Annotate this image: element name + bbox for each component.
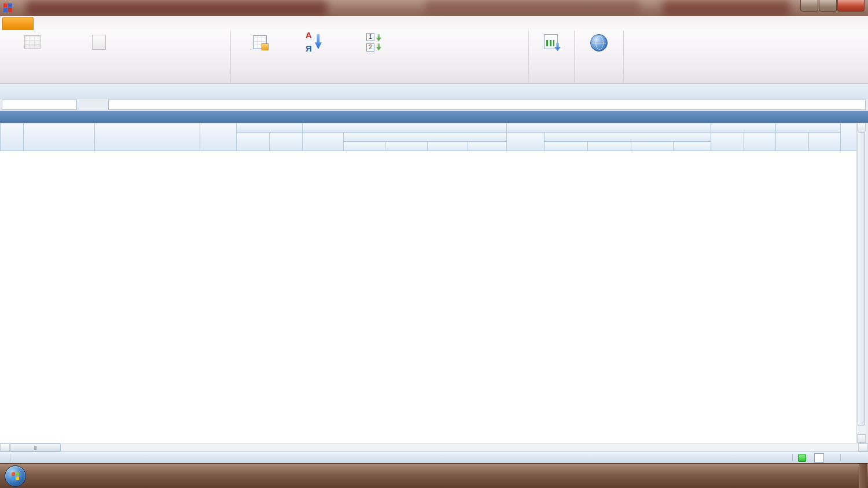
header-materials <box>674 142 711 151</box>
grand-smeta-window <box>0 0 868 488</box>
sigma-icon[interactable] <box>814 453 824 463</box>
title-bar <box>0 0 868 16</box>
header-mech-salary <box>631 142 674 151</box>
sort-data-button[interactable] <box>287 32 340 74</box>
pencil-icon <box>411 43 420 52</box>
taskbar-clock[interactable] <box>844 472 855 480</box>
header-total <box>270 133 303 151</box>
document-tab-bar <box>0 111 868 123</box>
ribbon-tab-strip <box>0 16 868 30</box>
header-including <box>344 133 507 142</box>
ribbon-group-group-operations <box>231 31 529 83</box>
status-bar <box>0 452 868 463</box>
refresh-data-button[interactable] <box>138 37 226 46</box>
linked-document-icon <box>89 33 109 52</box>
system-tray <box>836 464 868 488</box>
show-desktop-button[interactable] <box>859 464 867 488</box>
order-data-button[interactable] <box>233 32 287 74</box>
special-delete-positions-button[interactable] <box>411 54 524 63</box>
restore-button[interactable] <box>819 0 837 12</box>
background-window-blur <box>26 0 327 16</box>
header-tz <box>711 123 776 133</box>
order-data-icon <box>250 33 270 52</box>
header-base-salary <box>344 142 385 151</box>
scroll-right-icon[interactable] <box>858 443 868 452</box>
background-window-blur <box>425 0 639 16</box>
header-qty <box>237 123 303 133</box>
ribbon-group-indexes <box>529 31 575 83</box>
header-num <box>1 123 24 151</box>
header-justification <box>24 123 95 151</box>
ribbon-group-region <box>575 31 624 83</box>
ribbon <box>0 30 868 84</box>
header-total <box>744 133 776 151</box>
header-mech-salary <box>428 142 468 151</box>
start-button[interactable] <box>5 465 26 487</box>
autocompose-icon <box>23 33 42 52</box>
header-ident <box>841 123 857 151</box>
add-file-icon <box>138 60 147 69</box>
horizontal-scroll-thumb[interactable] <box>10 443 61 452</box>
renumber-positions-button[interactable] <box>340 32 409 74</box>
scroll-down-icon[interactable] <box>857 434 866 443</box>
header-total-cost <box>507 123 711 133</box>
update-prices-button[interactable] <box>576 32 621 74</box>
load-indexes-button[interactable] <box>531 32 572 74</box>
header-including <box>545 133 711 142</box>
refresh-icon <box>138 37 147 46</box>
header-machine-exp <box>385 142 428 151</box>
horizontal-scrollbar[interactable] <box>0 443 868 452</box>
break-link-icon <box>138 49 147 57</box>
header-tzm <box>776 123 841 133</box>
header-total <box>809 133 841 151</box>
cell-reference-box[interactable] <box>2 100 77 110</box>
vertical-scrollbar[interactable] <box>856 123 866 443</box>
formula-input[interactable] <box>108 100 866 110</box>
group-label <box>529 74 574 83</box>
renumber-icon <box>365 33 384 52</box>
app-icon <box>3 3 12 12</box>
scroll-up-icon[interactable] <box>857 123 866 131</box>
header-machine-exp <box>588 142 631 151</box>
group-label <box>231 74 528 83</box>
header-vsego <box>507 133 545 151</box>
header-vsego <box>303 133 344 151</box>
autocompose-button[interactable] <box>3 32 62 74</box>
horizontal-scroll-track[interactable] <box>61 443 858 452</box>
estimate-grid <box>0 123 856 443</box>
add-estimate-from-file-button[interactable] <box>138 60 226 69</box>
header-per-unit <box>711 133 744 151</box>
minimize-button[interactable] <box>800 0 818 12</box>
group-label <box>575 74 623 83</box>
header-unit <box>200 123 237 151</box>
sort-az-icon <box>304 33 323 52</box>
group-label <box>1 74 230 83</box>
header-per-unit <box>237 133 270 151</box>
grid-header <box>1 123 857 151</box>
delete-x-icon <box>411 54 420 63</box>
ribbon-group-linked-documents <box>1 31 231 83</box>
taskbar <box>0 463 868 488</box>
vertical-scroll-thumb[interactable] <box>858 132 865 425</box>
break-link-button[interactable] <box>138 49 226 57</box>
quick-access-toolbar <box>0 84 868 98</box>
close-button[interactable] <box>837 0 865 12</box>
scroll-left-icon[interactable] <box>0 443 10 452</box>
calc-mode-indicator-icon <box>798 454 806 462</box>
formula-bar <box>0 98 868 111</box>
header-name <box>95 123 200 151</box>
group-change-positions-button[interactable] <box>411 43 524 52</box>
grid-right-edge <box>866 123 868 443</box>
collapse-ribbon-icon[interactable] <box>853 19 862 28</box>
header-unit-cost <box>303 123 507 133</box>
background-window-blur <box>663 0 790 16</box>
open-linked-document-button[interactable] <box>62 32 136 74</box>
header-materials <box>468 142 507 151</box>
tab-file[interactable] <box>2 17 34 30</box>
load-indexes-icon <box>542 33 561 52</box>
header-per-unit <box>776 133 809 151</box>
globe-icon <box>590 34 608 52</box>
header-base-salary <box>545 142 588 151</box>
